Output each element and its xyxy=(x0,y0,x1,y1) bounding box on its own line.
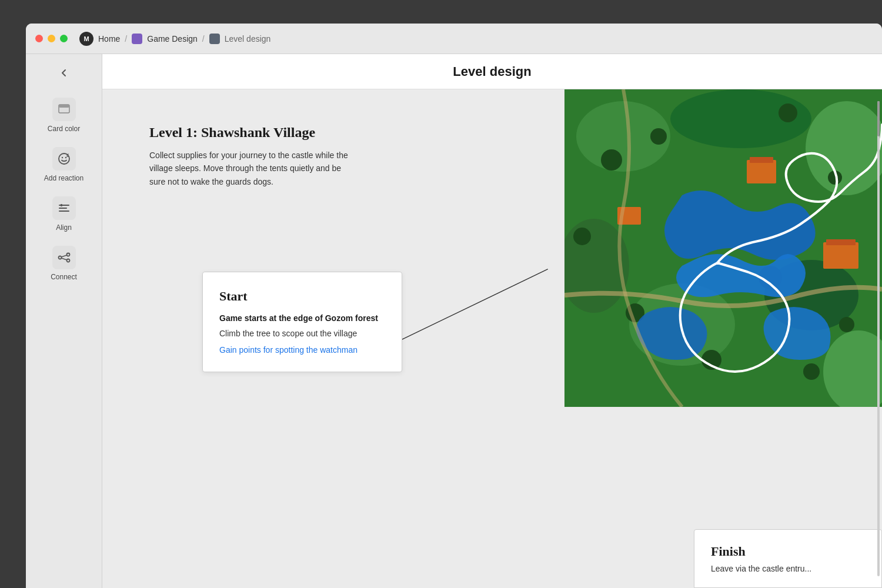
finish-card-title: Finish xyxy=(711,544,865,559)
level-design-icon xyxy=(209,34,220,44)
map-svg xyxy=(564,89,882,407)
align-label: Align xyxy=(56,223,72,232)
level-title: Level 1: Shawshank Village xyxy=(149,125,349,141)
finish-card-text: Leave via the castle entru... xyxy=(711,564,865,573)
svg-rect-33 xyxy=(750,157,773,163)
svg-point-31 xyxy=(803,363,820,380)
page-title-bar: Level design xyxy=(102,54,882,89)
start-card-text: Climb the tree to scope out the village xyxy=(219,328,385,340)
svg-point-3 xyxy=(61,157,62,158)
canvas-area[interactable]: Level 1: Shawshank Village Collect suppl… xyxy=(102,89,882,588)
level-text: Collect supplies for your journey to the… xyxy=(149,149,349,188)
back-button[interactable] xyxy=(55,64,74,82)
sidebar: Card color Add reaction xyxy=(26,54,102,588)
svg-rect-36 xyxy=(826,239,856,245)
start-card-title: Start xyxy=(219,289,385,304)
card-color-label: Card color xyxy=(48,125,80,133)
svg-line-13 xyxy=(61,258,66,260)
titlebar: M Home / Game Design / Level design xyxy=(26,24,882,54)
svg-point-24 xyxy=(779,103,797,122)
app-logo: M xyxy=(79,32,93,46)
breadcrumb-game-design[interactable]: Game Design xyxy=(132,34,198,44)
breadcrumb-sep-1: / xyxy=(125,34,127,44)
map-container xyxy=(564,89,882,407)
start-card-link[interactable]: Gain points for spotting the watchman xyxy=(219,345,358,355)
scrollbar-thumb[interactable] xyxy=(877,101,880,136)
svg-point-26 xyxy=(573,228,591,245)
sidebar-item-connect[interactable]: Connect xyxy=(35,240,93,287)
breadcrumb-level-design[interactable]: Level design xyxy=(209,34,271,44)
svg-point-11 xyxy=(66,259,69,262)
connect-label: Connect xyxy=(51,273,77,281)
add-reaction-label: Add reaction xyxy=(44,174,83,182)
breadcrumb: M Home / Game Design / Level design xyxy=(79,32,270,46)
connect-icon xyxy=(52,246,76,269)
svg-rect-1 xyxy=(59,105,69,108)
svg-line-12 xyxy=(61,255,66,257)
svg-rect-8 xyxy=(61,204,62,206)
breadcrumb-home[interactable]: Home xyxy=(98,34,120,44)
svg-rect-35 xyxy=(823,242,858,269)
svg-point-4 xyxy=(65,157,66,158)
emoji-icon xyxy=(52,147,76,171)
page-title: Level design xyxy=(453,64,531,79)
svg-point-10 xyxy=(66,253,69,256)
scrollbar[interactable] xyxy=(877,101,880,576)
content-area: Level design Level 1: Shawshank Village … xyxy=(102,54,882,588)
game-design-icon xyxy=(132,34,142,44)
connector-line xyxy=(386,269,548,348)
app-window: M Home / Game Design / Level design xyxy=(26,24,882,588)
close-button[interactable] xyxy=(35,35,43,42)
sidebar-item-add-reaction[interactable]: Add reaction xyxy=(35,141,93,188)
finish-card: Finish Leave via the castle entru... xyxy=(694,529,882,588)
svg-point-22 xyxy=(601,149,622,171)
start-card-subtitle: Game starts at the edge of Gozom forest xyxy=(219,313,385,323)
main-layout: Card color Add reaction xyxy=(26,54,882,588)
sidebar-item-card-color[interactable]: Card color xyxy=(35,92,93,139)
svg-point-23 xyxy=(650,128,667,145)
card-color-icon xyxy=(52,98,76,121)
svg-point-9 xyxy=(58,256,61,259)
level-description: Level 1: Shawshank Village Collect suppl… xyxy=(149,125,349,188)
breadcrumb-sep-2: / xyxy=(202,34,205,44)
minimize-button[interactable] xyxy=(48,35,55,42)
svg-rect-32 xyxy=(747,160,776,183)
svg-point-29 xyxy=(839,317,854,332)
sidebar-item-align[interactable]: Align xyxy=(35,191,93,238)
align-icon xyxy=(52,196,76,220)
start-card: Start Game starts at the edge of Gozom f… xyxy=(202,272,402,372)
traffic-lights xyxy=(35,35,68,42)
maximize-button[interactable] xyxy=(60,35,68,42)
